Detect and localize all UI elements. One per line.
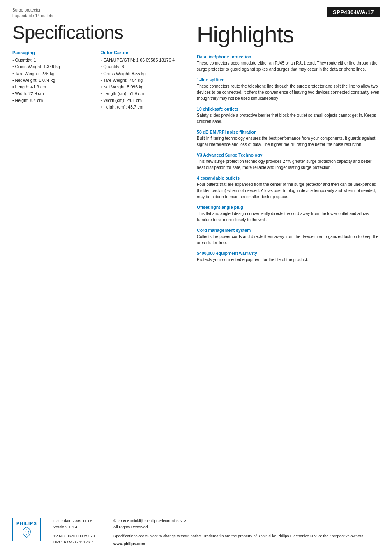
specifications-column: Specifications Packaging Quantity: 1 Gro…: [12, 23, 189, 268]
highlight-cord-management: Cord management system Collects the powe…: [197, 228, 380, 246]
highlight-offset-plug: Offset right-angle plug This flat and an…: [197, 205, 380, 223]
highlight-emi-rfi-desc: Built-in filtering technology ensures th…: [197, 135, 380, 148]
packaging-title: Packaging: [12, 50, 92, 55]
outer-carton-section: Outer Carton EAN/UPC/GTIN: 1 06 09585 13…: [101, 50, 181, 117]
highlight-expandable-title: 4 expandable outlets: [197, 176, 380, 180]
highlight-v3-title: V3 Advanced Surge Technology: [197, 153, 380, 157]
page-header: Surge protector Expandable 14 outlets SP…: [0, 0, 392, 19]
list-item: EAN/UPC/GTIN: 1 06 09585 13176 4: [101, 57, 181, 63]
footer-left-block: Issue date 2009-11-06 Version: 1.1.4 12 …: [53, 518, 107, 547]
highlight-line-splitter-title: 1-line splitter: [197, 77, 380, 82]
spec-columns: Packaging Quantity: 1 Gross Weight: 1.34…: [12, 50, 180, 117]
model-number: SPP4304WA/17: [327, 7, 380, 17]
philips-logo-box: PHILIPS: [12, 518, 41, 541]
highlight-v3-advanced: V3 Advanced Surge Technology This new su…: [197, 153, 380, 171]
philips-logo-container: PHILIPS: [12, 518, 45, 541]
highlight-cord-management-desc: Collects the power cords and directs the…: [197, 234, 380, 246]
footer-info: Issue date 2009-11-06 Version: 1.1.4 12 …: [53, 518, 380, 547]
highlights-title: Highlights: [197, 23, 380, 46]
highlight-child-safe-title: 10 child-safe outlets: [197, 106, 380, 111]
copyright-text: © 2009 Koninklijke Philips Electronics N…: [113, 518, 187, 523]
list-item: Width (cm): 24.1 cm: [101, 97, 181, 104]
footer-disclaimer: Specifications are subject to change wit…: [113, 533, 380, 539]
list-item: Net Weight: 8.096 kg: [101, 83, 181, 90]
outer-carton-title: Outer Carton: [101, 50, 181, 55]
svg-point-4: [26, 534, 27, 535]
page-footer: PHILIPS Issue date 2009-11-06 Version: 1…: [0, 509, 392, 555]
highlight-warranty-desc: Protects your connected equipment for th…: [197, 257, 380, 263]
highlight-warranty: $400,000 equipment warranty Protects you…: [197, 251, 380, 263]
list-item: Quantity: 1: [12, 57, 92, 63]
highlight-expandable: 4 expandable outlets Four outlets that a…: [197, 176, 380, 200]
packaging-list: Quantity: 1 Gross Weight: 1.349 kg Tare …: [12, 57, 92, 104]
list-item: Tare Weight: .275 kg: [12, 70, 92, 77]
packaging-block: Packaging Quantity: 1 Gross Weight: 1.34…: [12, 50, 92, 104]
product-type: Surge protector: [12, 7, 53, 13]
footer-copyright: © 2009 Koninklijke Philips Electronics N…: [113, 518, 380, 530]
outer-carton-block: Outer Carton EAN/UPC/GTIN: 1 06 09585 13…: [101, 50, 181, 110]
list-item: Net Weight: 1.074 kg: [12, 77, 92, 83]
outer-carton-list: EAN/UPC/GTIN: 1 06 09585 13176 4 Quantit…: [101, 57, 181, 110]
list-item: Width: 22.9 cm: [12, 90, 92, 97]
specifications-title: Specifications: [12, 23, 180, 42]
philips-shield-icon: [21, 527, 33, 538]
list-item: Length: 41.9 cm: [12, 83, 92, 90]
packaging-section: Packaging Quantity: 1 Gross Weight: 1.34…: [12, 50, 92, 117]
list-item: Tare Weight: .454 kg: [101, 77, 181, 83]
highlight-offset-plug-desc: This flat and angled design conveniently…: [197, 210, 380, 223]
footer-right-block: © 2009 Koninklijke Philips Electronics N…: [113, 518, 380, 547]
philips-wordmark: PHILIPS: [16, 521, 37, 526]
product-info: Surge protector Expandable 14 outlets: [12, 7, 53, 19]
highlight-offset-plug-title: Offset right-angle plug: [197, 205, 380, 210]
highlight-line-splitter: 1-line splitter These connectors route t…: [197, 77, 380, 102]
highlight-child-safe: 10 child-safe outlets Safety slides prov…: [197, 106, 380, 125]
highlight-data-line: Data line/phone protection These connect…: [197, 54, 380, 72]
list-item: Gross Weight: 1.349 kg: [12, 63, 92, 70]
footer-upc: UPC: 6 09585 13176 7: [53, 539, 107, 545]
list-item: Height: 8.4 cm: [12, 97, 92, 104]
rights-text: All Rights Reserved.: [113, 525, 149, 529]
highlight-emi-rfi-title: 58 dB EMI/RFI noise filtration: [197, 130, 380, 134]
list-item: Gross Weight: 8.55 kg: [101, 70, 181, 77]
highlight-line-splitter-desc: These connectors route the telephone lin…: [197, 83, 380, 102]
svg-point-5: [28, 533, 29, 534]
highlight-data-line-desc: These connectors accommodate either an R…: [197, 60, 380, 72]
svg-point-0: [25, 531, 25, 532]
product-subtitle: Expandable 14 outlets: [12, 13, 53, 19]
highlight-cord-management-title: Cord management system: [197, 228, 380, 233]
list-item: Height (cm): 43.7 cm: [101, 104, 181, 110]
svg-point-3: [25, 533, 25, 534]
footer-website: www.philips.com: [113, 541, 380, 547]
highlights-column: Highlights Data line/phone protection Th…: [189, 23, 380, 268]
footer-issue-date: Issue date 2009-11-06: [53, 518, 107, 524]
svg-point-1: [26, 530, 27, 530]
footer-version: Version: 1.1.4: [53, 524, 107, 530]
highlight-data-line-title: Data line/phone protection: [197, 54, 380, 59]
highlight-warranty-title: $400,000 equipment warranty: [197, 251, 380, 256]
list-item: Quantity: 6: [101, 63, 181, 70]
footer-nc: 12 NC: 8670 000 29579: [53, 533, 107, 539]
highlight-expandable-desc: Four outlets that are expanded from the …: [197, 181, 380, 200]
highlight-v3-desc: This new surge protection technology pro…: [197, 158, 380, 171]
svg-point-2: [28, 531, 29, 532]
main-content: Specifications Packaging Quantity: 1 Gro…: [0, 19, 392, 268]
highlight-emi-rfi: 58 dB EMI/RFI noise filtration Built-in …: [197, 130, 380, 148]
list-item: Length (cm): 51.9 cm: [101, 90, 181, 97]
highlight-child-safe-desc: Safety slides provide a protective barri…: [197, 112, 380, 125]
